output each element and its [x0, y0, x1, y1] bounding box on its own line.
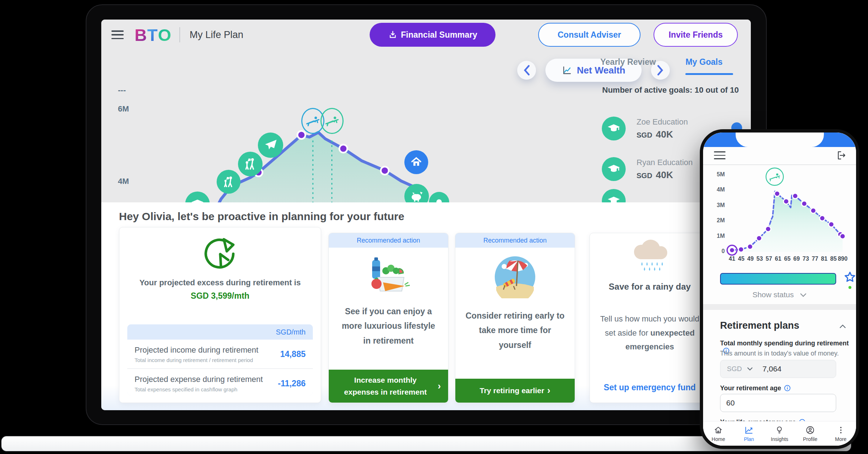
goal-currency: SGD	[637, 172, 652, 180]
svg-text:0: 0	[722, 248, 725, 254]
mockup-scene: --- 6M 4M	[0, 0, 868, 454]
info-icon[interactable]	[784, 385, 791, 393]
spending-label-text: Total monthly spending during retirement	[720, 340, 849, 347]
goal-name: Ryan Education	[637, 158, 693, 167]
financial-summary-button[interactable]: Financial Summary	[370, 23, 495, 47]
set-up-emergency-fund-link[interactable]: Set up emergency fund	[590, 383, 710, 392]
beach-umbrella-icon	[455, 256, 575, 298]
svg-text:77: 77	[812, 256, 818, 262]
consult-adviser-button[interactable]: Consult Adviser	[538, 23, 641, 47]
row-title: Projected income during retirement	[135, 345, 258, 355]
mobile-bottom-nav: Home Plan Insights Profile More	[703, 421, 856, 446]
parent-child-icon[interactable]	[238, 152, 263, 176]
status-progress-bar[interactable]	[720, 273, 836, 285]
app-header: BTO My Life Plan Financial Summary Consu…	[101, 20, 751, 50]
svg-text:65: 65	[784, 256, 791, 262]
net-wealth-chart-panel: --- 6M 4M	[101, 50, 751, 220]
tab-my-goals[interactable]: My Goals	[685, 57, 722, 72]
logo-letter: B	[135, 25, 147, 45]
nav-item-profile[interactable]: Profile	[795, 421, 826, 446]
tab-yearly-review[interactable]: Yearly Review	[600, 57, 656, 72]
goal-list-item[interactable]: Zoe Education SGD40K	[602, 117, 688, 140]
download-icon	[388, 30, 397, 39]
cta-label: Increase monthly expenses in retirement	[336, 374, 435, 398]
row-value: 14,885	[280, 349, 306, 359]
y-axis-tick: ---	[118, 85, 126, 95]
try-retiring-earlier-button[interactable]: Try retiring earlier ›	[455, 379, 575, 403]
notification-dot	[848, 286, 851, 289]
excess-card: Your projected excess during retirement …	[119, 227, 321, 403]
app-window: --- 6M 4M	[101, 20, 751, 410]
svg-text:2M: 2M	[717, 217, 725, 223]
table-row: Projected income during retirement Total…	[127, 340, 313, 368]
lightbulb-icon	[775, 425, 784, 435]
svg-text:69: 69	[793, 256, 800, 262]
svg-text:73: 73	[803, 256, 809, 262]
excess-intro: Your projected excess during retirement …	[119, 278, 321, 287]
retirement-age-input[interactable]: 60	[720, 394, 836, 412]
chevron-up-icon[interactable]	[839, 324, 847, 330]
svg-text:45: 45	[738, 256, 745, 262]
spending-value: 7,064	[762, 365, 782, 373]
svg-text:890: 890	[838, 256, 848, 262]
svg-text:1M: 1M	[717, 233, 725, 239]
home-icon[interactable]	[404, 150, 428, 174]
recommended-badge: Recommended action	[455, 233, 575, 248]
more-dots-icon	[836, 425, 846, 435]
home-icon	[714, 425, 723, 435]
show-status-toggle[interactable]: Show status	[703, 290, 856, 299]
line-chart-icon	[562, 65, 573, 75]
spending-input[interactable]: SGD 7,064	[720, 360, 836, 378]
row-subtitle: Total income during retirement / retirem…	[135, 357, 258, 363]
table-row: Projected expense during retirement Tota…	[127, 369, 313, 395]
chevron-down-icon	[800, 293, 807, 298]
sunbed-icon[interactable]	[320, 108, 344, 134]
active-goals-count: Number of active goals: 10 out of 10	[602, 85, 739, 95]
button-label: Consult Adviser	[558, 30, 621, 40]
logout-icon[interactable]	[836, 150, 847, 162]
chevron-right-icon: ›	[438, 379, 441, 394]
recommended-action-card: Recommended action	[455, 233, 575, 403]
increase-expenses-button[interactable]: Increase monthly expenses in retirement …	[329, 370, 448, 403]
row-title: Projected expense during retirement	[135, 375, 263, 384]
profile-icon	[805, 425, 815, 435]
nav-item-more[interactable]: More	[825, 421, 856, 446]
hamburger-icon[interactable]	[111, 30, 124, 39]
divider-band	[703, 304, 856, 310]
nav-item-home[interactable]: Home	[703, 421, 734, 446]
goal-name: Zoe Education	[637, 117, 688, 127]
header-actions: Financial Summary Consult Adviser Invite…	[370, 20, 747, 50]
chevron-right-icon: ›	[547, 383, 550, 398]
line-chart-icon	[744, 425, 754, 435]
svg-text:81: 81	[821, 256, 827, 262]
nav-item-insights[interactable]: Insights	[764, 421, 795, 446]
y-axis-tick: 6M	[118, 104, 129, 114]
spending-note: This amount is in today's value of money…	[720, 350, 839, 357]
svg-text:5M: 5M	[717, 171, 725, 177]
graduation-cap-icon	[602, 117, 626, 140]
button-label: Financial Summary	[401, 30, 477, 40]
invite-friends-button[interactable]: Invite Friends	[654, 23, 738, 47]
nav-item-plan[interactable]: Plan	[734, 421, 765, 446]
goal-amount: 40K	[656, 129, 673, 140]
currency-select[interactable]: SGD	[727, 365, 742, 373]
page-title: My Life Plan	[190, 29, 243, 41]
action-text: Consider retiring early to take more tim…	[455, 308, 575, 352]
excess-amount: SGD 3,599/mth	[119, 291, 321, 301]
airplane-icon[interactable]	[258, 133, 283, 158]
hamburger-icon[interactable]	[714, 151, 726, 159]
svg-text:57: 57	[766, 256, 772, 262]
star-icon[interactable]	[843, 271, 856, 285]
active-tab-underline	[685, 73, 733, 75]
parent-child-icon[interactable]	[217, 170, 241, 194]
divider	[703, 164, 856, 165]
bto-logo: BTO	[135, 25, 171, 45]
excess-table: SGD/mth Projected income during retireme…	[127, 324, 313, 395]
logo-letter: O	[158, 25, 172, 45]
svg-text:4M: 4M	[717, 186, 725, 193]
right-panel-tabs: Yearly Review My Goals	[600, 57, 723, 72]
goal-list-item[interactable]: Ryan Education SGD40K	[602, 157, 693, 181]
mobile-mockup: 4145495357616569737781858905M4M3M2M1M0	[700, 129, 859, 449]
sunbed-icon	[765, 167, 784, 188]
chart-prev-button[interactable]	[517, 61, 536, 80]
